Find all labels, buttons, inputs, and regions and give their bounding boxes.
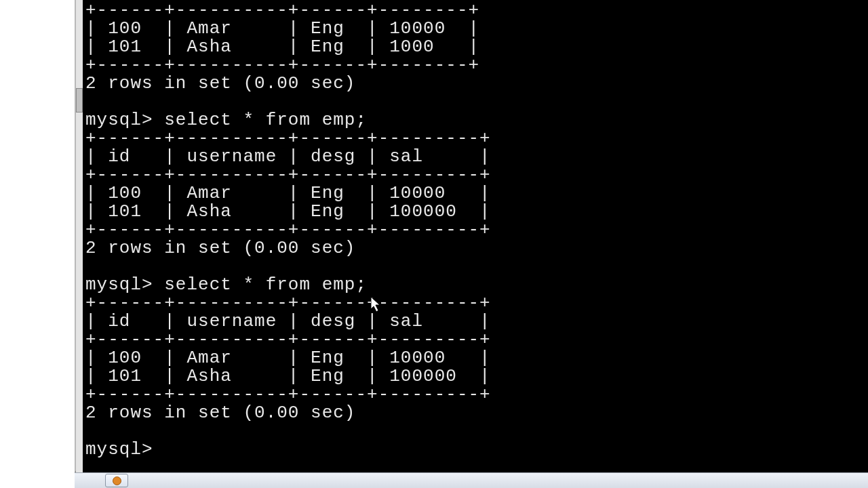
page-margin (0, 0, 75, 488)
taskbar (75, 472, 868, 488)
taskbar-app-button[interactable] (105, 474, 128, 487)
app-icon (113, 476, 121, 485)
terminal-scrollbar-thumb[interactable] (76, 88, 83, 113)
terminal-output[interactable]: +------+----------+------+--------+ | 10… (83, 0, 868, 472)
terminal-scrollbar-track[interactable] (76, 0, 83, 472)
